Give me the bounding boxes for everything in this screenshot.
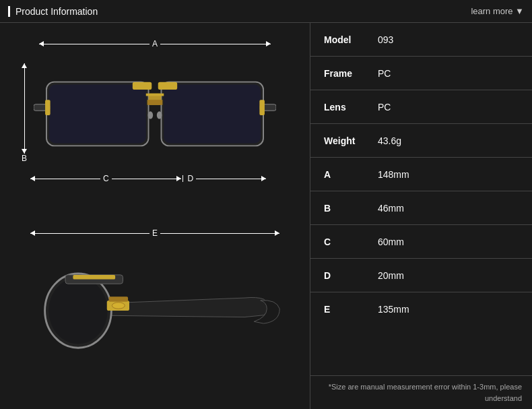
- svg-rect-2: [49, 84, 146, 143]
- spec-row: Weight43.6g: [310, 124, 532, 158]
- spec-value: 135mm: [378, 304, 409, 315]
- dim-a-label: A: [149, 39, 160, 49]
- side-view-diagram: E: [13, 222, 296, 370]
- front-view-diagram: A B: [13, 30, 296, 212]
- dim-d-label: D: [185, 174, 196, 183]
- learn-more-button[interactable]: learn more ▼: [471, 6, 524, 16]
- svg-rect-7: [133, 82, 152, 90]
- sunglasses-front-image: [34, 50, 276, 178]
- svg-marker-6: [147, 100, 163, 105]
- spec-value: PC: [378, 102, 391, 113]
- dimension-cd-arrows: C D: [30, 174, 266, 183]
- spec-value: 46mm: [378, 203, 404, 214]
- spec-label: A: [324, 169, 378, 180]
- dimension-e-arrow: E: [30, 228, 279, 238]
- page-title: Product Information: [8, 6, 98, 17]
- spec-label: B: [324, 203, 378, 214]
- svg-point-13: [148, 111, 154, 119]
- svg-marker-5: [146, 94, 164, 96]
- spec-label: E: [324, 304, 378, 315]
- svg-rect-12: [259, 100, 265, 115]
- dim-c-label: C: [100, 174, 112, 183]
- spec-value: 43.6g: [378, 135, 401, 146]
- spec-value: 20mm: [378, 270, 404, 281]
- page-header: Product Information learn more ▼: [0, 0, 532, 23]
- spec-value: 60mm: [378, 237, 404, 247]
- spec-value: 093: [378, 34, 393, 45]
- diagram-panel: A B: [0, 23, 310, 409]
- disclaimer-text: *Size are manual measurement error withi…: [310, 375, 532, 409]
- svg-rect-11: [45, 100, 51, 115]
- spec-row: A148mm: [310, 158, 532, 191]
- spec-value: PC: [378, 68, 391, 79]
- dimension-b-arrow: B: [19, 63, 30, 163]
- spec-table: Model093FramePCLensPCWeight43.6gA148mmB4…: [310, 23, 532, 375]
- spec-label: Weight: [324, 135, 378, 146]
- spec-row: E135mm: [310, 292, 532, 326]
- spec-label: C: [324, 237, 378, 247]
- spec-value: 148mm: [378, 169, 409, 180]
- main-content: A B: [0, 23, 532, 409]
- svg-point-19: [112, 303, 125, 309]
- dim-e-label: E: [149, 228, 160, 238]
- spec-label: Lens: [324, 102, 378, 113]
- spec-label: Frame: [324, 68, 378, 79]
- spec-row: C60mm: [310, 225, 532, 259]
- spec-row: FramePC: [310, 57, 532, 90]
- svg-rect-21: [73, 275, 115, 280]
- dimension-a-arrow: A: [39, 39, 271, 49]
- spec-row: Model093: [310, 23, 532, 57]
- sunglasses-side-image: [27, 239, 283, 360]
- svg-rect-8: [158, 82, 177, 90]
- svg-point-14: [157, 111, 162, 119]
- dim-b-label: B: [19, 154, 30, 163]
- spec-row: B46mm: [310, 191, 532, 225]
- spec-row: D20mm: [310, 259, 532, 292]
- svg-rect-3: [164, 84, 261, 143]
- svg-rect-18: [109, 296, 129, 302]
- spec-label: D: [324, 270, 378, 281]
- spec-panel: Model093FramePCLensPCWeight43.6gA148mmB4…: [310, 23, 532, 409]
- svg-point-16: [48, 278, 107, 344]
- title-text: Product Information: [15, 6, 98, 17]
- spec-label: Model: [324, 34, 378, 45]
- spec-row: LensPC: [310, 90, 532, 124]
